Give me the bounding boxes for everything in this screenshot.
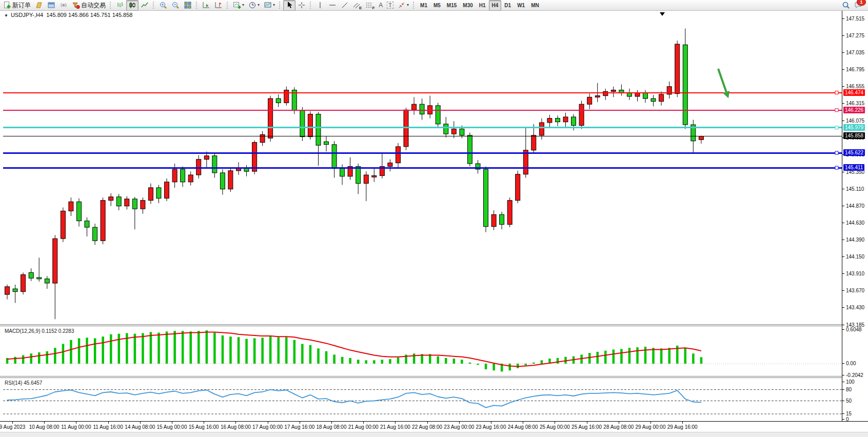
search-icon [842,1,850,9]
toolbar-grip [227,2,229,9]
text-label-tool-button[interactable]: T [385,0,396,11]
toolbar-grip [110,2,112,9]
price-line-label[interactable]: 146.226 [843,107,865,113]
price-line-label[interactable]: 145.411 [843,164,864,171]
main-chart-canvas[interactable] [3,17,842,324]
rsi-tick-label: 15 [846,411,852,416]
timeframe-w1-button[interactable]: W1 [514,0,528,11]
time-axis[interactable]: 9 Aug 202310 Aug 08:0011 Aug 00:0011 Aug… [0,421,868,432]
current-price-label[interactable]: 145.858 [843,132,865,139]
time-axis-tick [331,422,332,424]
chart-shift-marker[interactable] [660,12,665,16]
tile-windows-button[interactable] [182,0,194,11]
axis-tick [842,69,844,70]
date-label: 14 Aug 08:00 [125,424,155,430]
timeframe-m1-button[interactable]: M1 [417,0,430,11]
axis-tick [842,325,844,325]
fibonacci-letter: F [372,6,374,10]
timeframe-h1-button[interactable]: H1 [476,0,489,11]
timeframe-d1-button[interactable]: D1 [501,0,514,11]
bar-chart-icon [116,1,124,9]
axis-tick [842,240,844,240]
rsi-tick-label: 80 [846,387,852,392]
axis-tick [842,103,844,104]
price-tick-label: 144.390 [846,237,864,243]
price-tick-label: 146.555 [846,84,864,89]
timeframe-mn-button[interactable]: MN [528,0,542,11]
axis-tick [842,401,844,401]
periods-button[interactable]: ▾ [246,0,262,11]
time-axis-tick [459,422,460,424]
chart-context-arrow-icon[interactable]: ▼ [4,13,8,18]
dropdown-caret-icon: ▾ [407,3,409,7]
line-chart-button[interactable] [139,0,151,11]
zoom-out-icon [171,1,180,9]
fibonacci-tool-button[interactable]: F [364,0,377,11]
timeframe-m15-button[interactable]: M15 [444,0,460,11]
autotrading-label: 自动交易 [81,1,106,10]
date-label: 21 Aug 00:00 [348,424,379,430]
axis-tick [842,273,844,274]
axis-tick [842,382,844,382]
price-line-label[interactable]: 145.622 [843,149,865,156]
autotrading-button[interactable]: 自动交易 [70,0,108,11]
price-tick-label: 146.075 [846,118,864,124]
vertical-line-tool-button[interactable] [314,0,326,11]
timeframe-h4-button[interactable]: H4 [489,0,502,11]
cursor-tool-button[interactable] [283,0,295,11]
templates-button[interactable]: ▾ [262,0,277,11]
indicators-button[interactable]: ▾ [231,0,246,11]
symbol-period-label: USDJPY-,H4 [11,12,43,18]
date-label: 25 Aug 00:00 [540,424,570,430]
crosshair-tool-button[interactable] [295,0,308,11]
template-icon [264,1,272,9]
horizontal-line-tool-button[interactable] [326,0,339,11]
axis-tick [842,375,844,375]
text-label-icon: T [387,2,393,9]
date-label: 18 Aug 08:00 [317,424,347,430]
date-label: 9 Aug 2023 [0,424,25,430]
bar-chart-button[interactable] [114,0,126,11]
profiles-button[interactable] [33,0,45,11]
timeframe-m30-button[interactable]: M30 [460,0,476,11]
trendline-icon [341,1,349,9]
vertical-line-icon [316,1,324,9]
price-line-label[interactable]: 145.979 [843,124,865,131]
new-order-button[interactable]: 新订单 [1,0,33,11]
dropdown-caret-icon: ▾ [273,3,275,7]
macd-panel-canvas[interactable] [3,326,842,376]
time-axis-tick [682,422,683,424]
arrow-annotation[interactable] [718,69,727,94]
timeframe-m5-button[interactable]: M5 [430,0,444,11]
rsi-panel-canvas[interactable] [3,378,842,421]
macd-label: MACD(12,26,9) 0.1152 0.2283 [5,328,74,334]
price-line-label[interactable]: 146.474 [843,89,865,96]
search-button[interactable] [840,0,852,11]
text-tool-button[interactable]: A [377,0,385,11]
axis-tick [842,256,844,257]
price-tick-label: 146.795 [846,67,864,72]
signals-icon [60,1,68,9]
market-watch-button[interactable] [45,0,57,11]
price-tick-label: 143.670 [846,288,864,293]
zoom-in-button[interactable] [157,0,169,11]
date-label: 22 Aug 08:00 [412,424,442,430]
indicators-icon [233,1,241,9]
symbol-ohlc-header: ▼USDJPY-,H4 145.809 145.866 145.751 145.… [4,12,132,18]
zoom-out-button[interactable] [169,0,182,11]
time-axis-tick [12,422,13,424]
arrows-tool-button[interactable]: ▾ [396,0,411,11]
chart-shift-button[interactable] [212,0,225,11]
candlestick-chart-button[interactable] [126,0,139,11]
equidistant-channel-tool-button[interactable]: E [351,0,364,11]
trendline-tool-button[interactable] [339,0,351,11]
axis-tick [842,35,844,36]
signals-button[interactable] [57,0,70,11]
price-axis[interactable]: 147.515147.275147.035146.795146.555146.3… [842,11,868,421]
price-tick-label: 146.315 [846,101,864,106]
candlestick-chart-icon [128,1,136,9]
price-tick-label: 145.110 [846,186,864,192]
notifications-button[interactable]: 1 [852,0,865,11]
rsi-tick-label: 0 [846,416,849,422]
auto-scroll-button[interactable] [200,0,212,11]
